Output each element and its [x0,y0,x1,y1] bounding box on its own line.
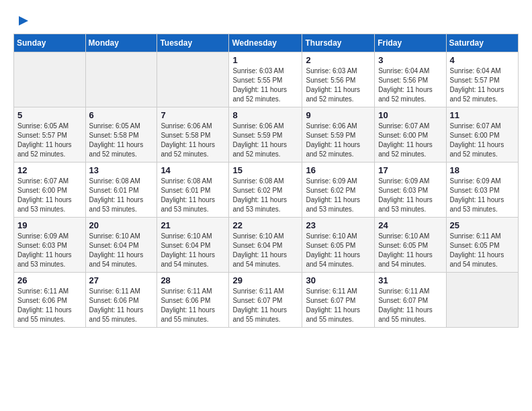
calendar-cell: 21Sunrise: 6:10 AM Sunset: 6:04 PM Dayli… [157,218,229,273]
day-info: Sunrise: 6:06 AM Sunset: 5:58 PM Dayligh… [161,122,225,159]
day-info: Sunrise: 6:11 AM Sunset: 6:06 PM Dayligh… [89,287,154,324]
day-number: 19 [17,220,82,230]
day-number: 14 [161,165,225,175]
calendar-cell: 28Sunrise: 6:11 AM Sunset: 6:06 PM Dayli… [157,273,229,328]
calendar-cell: 29Sunrise: 6:11 AM Sunset: 6:07 PM Dayli… [229,273,302,328]
svg-marker-0 [19,16,28,26]
weekday-header-wednesday: Wednesday [229,34,302,52]
day-number: 24 [378,220,442,230]
day-info: Sunrise: 6:10 AM Sunset: 6:05 PM Dayligh… [306,232,371,269]
calendar-cell: 6Sunrise: 6:05 AM Sunset: 5:58 PM Daylig… [85,107,157,163]
day-info: Sunrise: 6:11 AM Sunset: 6:06 PM Dayligh… [161,287,225,324]
day-info: Sunrise: 6:10 AM Sunset: 6:04 PM Dayligh… [232,232,298,269]
day-number: 9 [306,110,371,120]
calendar-cell: 27Sunrise: 6:11 AM Sunset: 6:06 PM Dayli… [85,273,157,328]
day-number: 8 [232,110,298,120]
day-info: Sunrise: 6:04 AM Sunset: 5:56 PM Dayligh… [378,66,442,104]
calendar-cell: 31Sunrise: 6:11 AM Sunset: 6:07 PM Dayli… [375,273,446,328]
day-info: Sunrise: 6:03 AM Sunset: 5:56 PM Dayligh… [306,66,371,104]
day-info: Sunrise: 6:08 AM Sunset: 6:02 PM Dayligh… [232,177,298,214]
calendar-cell: 19Sunrise: 6:09 AM Sunset: 6:03 PM Dayli… [14,218,86,273]
calendar-cell: 8Sunrise: 6:06 AM Sunset: 5:59 PM Daylig… [229,107,302,163]
day-number: 26 [17,275,82,285]
day-info: Sunrise: 6:05 AM Sunset: 5:57 PM Dayligh… [17,122,82,159]
weekday-header-row: SundayMondayTuesdayWednesdayThursdayFrid… [14,34,519,52]
day-info: Sunrise: 6:09 AM Sunset: 6:03 PM Dayligh… [17,232,82,269]
day-number: 21 [161,220,225,230]
day-info: Sunrise: 6:03 AM Sunset: 5:55 PM Dayligh… [232,66,298,104]
day-number: 27 [89,275,154,285]
calendar-cell: 15Sunrise: 6:08 AM Sunset: 6:02 PM Dayli… [229,163,302,218]
day-number: 12 [17,165,82,175]
day-number: 16 [306,165,371,175]
day-number: 2 [306,55,371,65]
calendar-cell: 14Sunrise: 6:08 AM Sunset: 6:01 PM Dayli… [157,163,229,218]
calendar-cell: 23Sunrise: 6:10 AM Sunset: 6:05 PM Dayli… [302,218,375,273]
day-number: 31 [378,275,442,285]
day-number: 5 [17,110,82,120]
day-number: 15 [232,165,298,175]
calendar-cell: 5Sunrise: 6:05 AM Sunset: 5:57 PM Daylig… [14,107,86,163]
day-info: Sunrise: 6:07 AM Sunset: 6:00 PM Dayligh… [378,122,442,159]
calendar-cell: 18Sunrise: 6:09 AM Sunset: 6:03 PM Dayli… [446,163,518,218]
day-info: Sunrise: 6:06 AM Sunset: 5:59 PM Dayligh… [306,122,371,159]
calendar-cell: 3Sunrise: 6:04 AM Sunset: 5:56 PM Daylig… [375,52,446,107]
calendar-cell [14,52,86,107]
day-number: 4 [450,55,515,65]
calendar-table: SundayMondayTuesdayWednesdayThursdayFrid… [13,34,519,328]
day-number: 30 [306,275,371,285]
day-info: Sunrise: 6:09 AM Sunset: 6:03 PM Dayligh… [378,177,442,214]
calendar-cell: 4Sunrise: 6:04 AM Sunset: 5:57 PM Daylig… [446,52,518,107]
weekday-header-saturday: Saturday [446,34,518,52]
day-info: Sunrise: 6:10 AM Sunset: 6:04 PM Dayligh… [161,232,225,269]
day-number: 10 [378,110,442,120]
day-info: Sunrise: 6:10 AM Sunset: 6:04 PM Dayligh… [89,232,154,269]
page-header [13,13,519,27]
weekday-header-sunday: Sunday [14,34,86,52]
calendar-cell: 30Sunrise: 6:11 AM Sunset: 6:07 PM Dayli… [302,273,375,328]
calendar-cell: 16Sunrise: 6:09 AM Sunset: 6:02 PM Dayli… [302,163,375,218]
calendar-week-5: 26Sunrise: 6:11 AM Sunset: 6:06 PM Dayli… [14,273,519,328]
day-number: 29 [232,275,298,285]
day-info: Sunrise: 6:05 AM Sunset: 5:58 PM Dayligh… [89,122,154,159]
weekday-header-friday: Friday [375,34,446,52]
day-number: 11 [450,110,515,120]
calendar-cell: 17Sunrise: 6:09 AM Sunset: 6:03 PM Dayli… [375,163,446,218]
day-number: 13 [89,165,154,175]
day-number: 23 [306,220,371,230]
day-info: Sunrise: 6:09 AM Sunset: 6:02 PM Dayligh… [306,177,371,214]
day-info: Sunrise: 6:11 AM Sunset: 6:07 PM Dayligh… [232,287,298,324]
day-info: Sunrise: 6:07 AM Sunset: 6:00 PM Dayligh… [17,177,82,214]
calendar-cell: 1Sunrise: 6:03 AM Sunset: 5:55 PM Daylig… [229,52,302,107]
calendar-cell: 25Sunrise: 6:11 AM Sunset: 6:05 PM Dayli… [446,218,518,273]
calendar-week-1: 1Sunrise: 6:03 AM Sunset: 5:55 PM Daylig… [14,52,519,107]
calendar-cell: 24Sunrise: 6:10 AM Sunset: 6:05 PM Dayli… [375,218,446,273]
weekday-header-thursday: Thursday [302,34,375,52]
day-info: Sunrise: 6:11 AM Sunset: 6:07 PM Dayligh… [378,287,442,324]
day-info: Sunrise: 6:08 AM Sunset: 6:01 PM Dayligh… [161,177,225,214]
logo-icon [15,13,30,28]
day-info: Sunrise: 6:10 AM Sunset: 6:05 PM Dayligh… [378,232,442,269]
calendar-cell: 26Sunrise: 6:11 AM Sunset: 6:06 PM Dayli… [14,273,86,328]
calendar-cell: 20Sunrise: 6:10 AM Sunset: 6:04 PM Dayli… [85,218,157,273]
calendar-week-4: 19Sunrise: 6:09 AM Sunset: 6:03 PM Dayli… [14,218,519,273]
calendar-cell: 22Sunrise: 6:10 AM Sunset: 6:04 PM Dayli… [229,218,302,273]
day-info: Sunrise: 6:11 AM Sunset: 6:07 PM Dayligh… [306,287,371,324]
day-number: 22 [232,220,298,230]
day-number: 6 [89,110,154,120]
logo [13,13,30,27]
calendar-cell: 11Sunrise: 6:07 AM Sunset: 6:00 PM Dayli… [446,107,518,163]
calendar-cell [446,273,518,328]
calendar-cell: 2Sunrise: 6:03 AM Sunset: 5:56 PM Daylig… [302,52,375,107]
calendar-week-3: 12Sunrise: 6:07 AM Sunset: 6:00 PM Dayli… [14,163,519,218]
calendar-cell: 9Sunrise: 6:06 AM Sunset: 5:59 PM Daylig… [302,107,375,163]
day-number: 18 [450,165,515,175]
day-number: 3 [378,55,442,65]
day-info: Sunrise: 6:11 AM Sunset: 6:05 PM Dayligh… [450,232,515,269]
day-info: Sunrise: 6:06 AM Sunset: 5:59 PM Dayligh… [232,122,298,159]
day-number: 25 [450,220,515,230]
day-number: 28 [161,275,225,285]
calendar-cell [157,52,229,107]
day-info: Sunrise: 6:11 AM Sunset: 6:06 PM Dayligh… [17,287,82,324]
day-info: Sunrise: 6:08 AM Sunset: 6:01 PM Dayligh… [89,177,154,214]
